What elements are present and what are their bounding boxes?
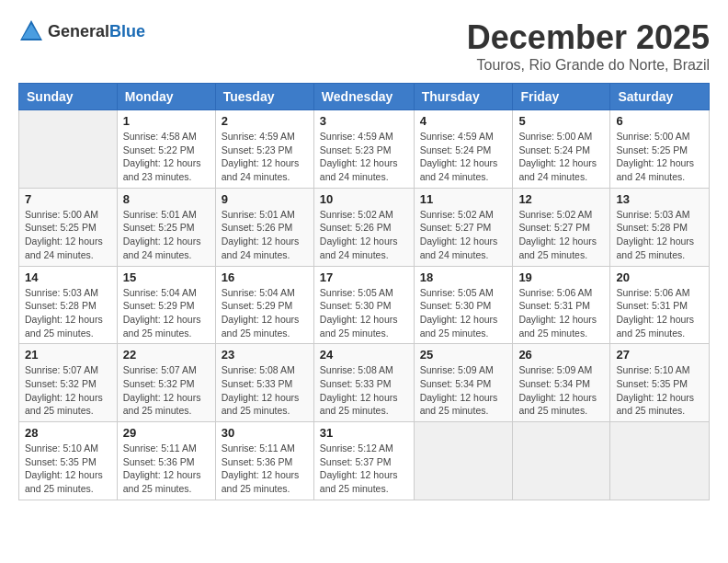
- day-number: 2: [222, 114, 308, 128]
- day-cell: [19, 110, 118, 189]
- day-number: 15: [123, 270, 210, 284]
- day-info: Sunrise: 4:59 AM Sunset: 5:23 PM Dayligh…: [222, 130, 308, 184]
- calendar-table: SundayMondayTuesdayWednesdayThursdayFrid…: [18, 83, 710, 500]
- day-info: Sunrise: 5:08 AM Sunset: 5:33 PM Dayligh…: [320, 363, 408, 418]
- day-info: Sunrise: 5:05 AM Sunset: 5:30 PM Dayligh…: [320, 286, 408, 340]
- day-cell: 3Sunrise: 4:59 AM Sunset: 5:23 PM Daylig…: [313, 110, 414, 189]
- day-cell: 19Sunrise: 5:06 AM Sunset: 5:31 PM Dayli…: [513, 266, 610, 344]
- header-cell-thursday: Thursday: [414, 84, 513, 110]
- day-cell: 12Sunrise: 5:02 AM Sunset: 5:27 PM Dayli…: [513, 188, 610, 266]
- day-number: 5: [518, 114, 604, 128]
- week-row-1: 1Sunrise: 4:58 AM Sunset: 5:22 PM Daylig…: [19, 110, 710, 189]
- day-cell: 2Sunrise: 4:59 AM Sunset: 5:23 PM Daylig…: [215, 110, 313, 189]
- day-cell: 6Sunrise: 5:00 AM Sunset: 5:25 PM Daylig…: [610, 110, 710, 189]
- day-info: Sunrise: 5:06 AM Sunset: 5:31 PM Dayligh…: [616, 286, 703, 340]
- header-cell-friday: Friday: [513, 84, 610, 110]
- day-number: 20: [616, 270, 703, 284]
- day-cell: 30Sunrise: 5:11 AM Sunset: 5:36 PM Dayli…: [215, 422, 313, 500]
- day-number: 18: [420, 270, 507, 284]
- day-cell: 17Sunrise: 5:05 AM Sunset: 5:30 PM Dayli…: [313, 266, 414, 344]
- day-info: Sunrise: 5:08 AM Sunset: 5:33 PM Dayligh…: [222, 363, 308, 418]
- header-cell-wednesday: Wednesday: [313, 84, 414, 110]
- week-row-3: 14Sunrise: 5:03 AM Sunset: 5:28 PM Dayli…: [19, 266, 710, 344]
- day-number: 26: [518, 348, 604, 362]
- day-cell: [414, 422, 513, 500]
- day-number: 13: [616, 192, 703, 206]
- day-info: Sunrise: 5:11 AM Sunset: 5:36 PM Dayligh…: [123, 442, 210, 496]
- day-number: 31: [320, 426, 408, 440]
- day-number: 1: [123, 114, 210, 128]
- day-number: 23: [222, 348, 308, 362]
- day-cell: 31Sunrise: 5:12 AM Sunset: 5:37 PM Dayli…: [313, 422, 414, 500]
- day-info: Sunrise: 5:07 AM Sunset: 5:32 PM Dayligh…: [123, 363, 210, 418]
- day-info: Sunrise: 5:05 AM Sunset: 5:30 PM Dayligh…: [420, 286, 507, 340]
- logo-icon: [18, 18, 44, 44]
- day-cell: 22Sunrise: 5:07 AM Sunset: 5:32 PM Dayli…: [117, 344, 215, 422]
- day-cell: 7Sunrise: 5:00 AM Sunset: 5:25 PM Daylig…: [19, 188, 118, 266]
- day-cell: 26Sunrise: 5:09 AM Sunset: 5:34 PM Dayli…: [513, 344, 610, 422]
- day-cell: 18Sunrise: 5:05 AM Sunset: 5:30 PM Dayli…: [414, 266, 513, 344]
- day-number: 14: [25, 270, 111, 284]
- day-cell: 14Sunrise: 5:03 AM Sunset: 5:28 PM Dayli…: [19, 266, 118, 344]
- day-info: Sunrise: 5:12 AM Sunset: 5:37 PM Dayligh…: [320, 442, 408, 496]
- header-cell-sunday: Sunday: [19, 84, 118, 110]
- day-number: 8: [123, 192, 210, 206]
- header-cell-tuesday: Tuesday: [215, 84, 313, 110]
- svg-marker-1: [22, 24, 40, 39]
- day-cell: 5Sunrise: 5:00 AM Sunset: 5:24 PM Daylig…: [513, 110, 610, 189]
- day-info: Sunrise: 5:11 AM Sunset: 5:36 PM Dayligh…: [222, 442, 308, 496]
- day-number: 19: [518, 270, 604, 284]
- day-info: Sunrise: 5:04 AM Sunset: 5:29 PM Dayligh…: [123, 286, 210, 340]
- day-cell: 24Sunrise: 5:08 AM Sunset: 5:33 PM Dayli…: [313, 344, 414, 422]
- day-cell: 28Sunrise: 5:10 AM Sunset: 5:35 PM Dayli…: [19, 422, 118, 500]
- day-cell: 16Sunrise: 5:04 AM Sunset: 5:29 PM Dayli…: [215, 266, 313, 344]
- day-info: Sunrise: 5:04 AM Sunset: 5:29 PM Dayligh…: [222, 286, 308, 340]
- day-number: 16: [222, 270, 308, 284]
- day-info: Sunrise: 4:59 AM Sunset: 5:24 PM Dayligh…: [420, 130, 507, 184]
- day-info: Sunrise: 5:02 AM Sunset: 5:27 PM Dayligh…: [420, 208, 507, 262]
- day-cell: 11Sunrise: 5:02 AM Sunset: 5:27 PM Dayli…: [414, 188, 513, 266]
- logo-general: General: [48, 22, 109, 40]
- main-title: December 2025: [467, 18, 710, 57]
- day-info: Sunrise: 5:00 AM Sunset: 5:25 PM Dayligh…: [616, 130, 703, 184]
- day-info: Sunrise: 5:03 AM Sunset: 5:28 PM Dayligh…: [616, 208, 703, 262]
- calendar-body: 1Sunrise: 4:58 AM Sunset: 5:22 PM Daylig…: [19, 110, 710, 500]
- day-number: 12: [518, 192, 604, 206]
- day-number: 6: [616, 114, 703, 128]
- day-info: Sunrise: 4:59 AM Sunset: 5:23 PM Dayligh…: [320, 130, 408, 184]
- day-info: Sunrise: 5:09 AM Sunset: 5:34 PM Dayligh…: [518, 363, 604, 418]
- day-number: 3: [320, 114, 408, 128]
- week-row-2: 7Sunrise: 5:00 AM Sunset: 5:25 PM Daylig…: [19, 188, 710, 266]
- day-number: 28: [25, 426, 111, 440]
- header-row: SundayMondayTuesdayWednesdayThursdayFrid…: [19, 84, 710, 110]
- week-row-5: 28Sunrise: 5:10 AM Sunset: 5:35 PM Dayli…: [19, 422, 710, 500]
- header-cell-monday: Monday: [117, 84, 215, 110]
- day-cell: [610, 422, 710, 500]
- day-cell: 15Sunrise: 5:04 AM Sunset: 5:29 PM Dayli…: [117, 266, 215, 344]
- logo-text: GeneralBlue: [48, 22, 145, 41]
- day-info: Sunrise: 5:02 AM Sunset: 5:26 PM Dayligh…: [320, 208, 408, 262]
- day-number: 25: [420, 348, 507, 362]
- day-number: 9: [222, 192, 308, 206]
- day-number: 4: [420, 114, 507, 128]
- subtitle: Touros, Rio Grande do Norte, Brazil: [467, 57, 710, 74]
- day-info: Sunrise: 5:01 AM Sunset: 5:26 PM Dayligh…: [222, 208, 308, 262]
- day-info: Sunrise: 5:06 AM Sunset: 5:31 PM Dayligh…: [518, 286, 604, 340]
- day-cell: [513, 422, 610, 500]
- calendar-header: SundayMondayTuesdayWednesdayThursdayFrid…: [19, 84, 710, 110]
- day-info: Sunrise: 5:00 AM Sunset: 5:24 PM Dayligh…: [518, 130, 604, 184]
- day-info: Sunrise: 5:03 AM Sunset: 5:28 PM Dayligh…: [25, 286, 111, 340]
- day-cell: 20Sunrise: 5:06 AM Sunset: 5:31 PM Dayli…: [610, 266, 710, 344]
- title-section: December 2025 Touros, Rio Grande do Nort…: [467, 18, 710, 74]
- logo: GeneralBlue: [18, 18, 145, 44]
- day-info: Sunrise: 5:00 AM Sunset: 5:25 PM Dayligh…: [25, 208, 111, 262]
- day-cell: 23Sunrise: 5:08 AM Sunset: 5:33 PM Dayli…: [215, 344, 313, 422]
- day-cell: 8Sunrise: 5:01 AM Sunset: 5:25 PM Daylig…: [117, 188, 215, 266]
- logo-blue: Blue: [109, 22, 145, 40]
- day-number: 24: [320, 348, 408, 362]
- day-cell: 9Sunrise: 5:01 AM Sunset: 5:26 PM Daylig…: [215, 188, 313, 266]
- day-cell: 27Sunrise: 5:10 AM Sunset: 5:35 PM Dayli…: [610, 344, 710, 422]
- day-info: Sunrise: 5:09 AM Sunset: 5:34 PM Dayligh…: [420, 363, 507, 418]
- day-info: Sunrise: 5:02 AM Sunset: 5:27 PM Dayligh…: [518, 208, 604, 262]
- day-cell: 4Sunrise: 4:59 AM Sunset: 5:24 PM Daylig…: [414, 110, 513, 189]
